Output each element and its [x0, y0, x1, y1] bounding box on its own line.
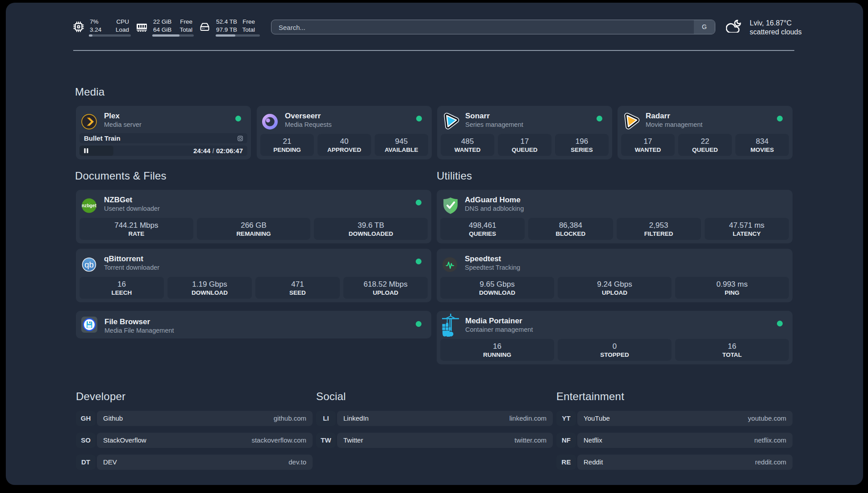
svg-text:qb: qb [84, 260, 94, 269]
svg-text:nzbget: nzbget [82, 203, 96, 208]
